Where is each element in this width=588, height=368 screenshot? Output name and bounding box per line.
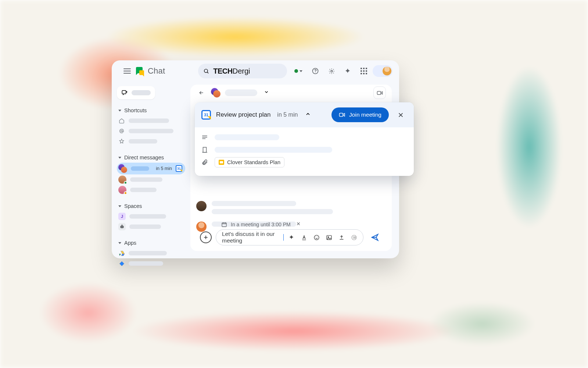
apps-grid-icon [361, 68, 367, 74]
svg-rect-7 [121, 226, 123, 228]
ai-compose-button[interactable] [287, 233, 296, 242]
placeholder-bar [130, 188, 157, 192]
close-icon [296, 221, 301, 226]
calendar-clock-icon [221, 222, 227, 227]
placeholder-bar [129, 139, 157, 144]
space-item[interactable]: J [117, 211, 185, 222]
app-logo[interactable]: Chat [136, 66, 165, 76]
dm-item-active[interactable]: in 5 min [117, 163, 185, 174]
drive-icon [118, 250, 125, 256]
meet-link-button[interactable] [349, 233, 359, 242]
placeholder-bar [129, 261, 163, 266]
shortcut-mentions[interactable] [117, 126, 185, 136]
attachment-chip[interactable]: Clover Standards Plan [215, 157, 284, 167]
space-item[interactable] [117, 222, 185, 232]
dm-time-badge: in 5 min [156, 166, 172, 171]
app-item-drive[interactable] [117, 248, 185, 258]
svg-point-15 [317, 237, 317, 237]
arrow-left-icon [198, 90, 204, 96]
video-icon [377, 91, 383, 95]
jira-icon [118, 260, 125, 267]
settings-button[interactable] [324, 64, 339, 78]
compose-area: Let's discuss it in our meeting [200, 230, 382, 245]
sidebar: Shortcuts Direct messages [112, 82, 188, 258]
gear-icon [328, 68, 335, 75]
home-icon [118, 117, 125, 124]
placeholder-bar [132, 90, 151, 95]
emoji-button[interactable] [312, 233, 321, 242]
conversation-menu-button[interactable] [264, 89, 269, 96]
availability-text: In a meeting until 3:00 PM [231, 222, 291, 227]
presence-active-icon [294, 69, 298, 73]
video-icon [339, 112, 345, 117]
gemini-button[interactable] [340, 64, 355, 78]
send-icon [371, 233, 379, 241]
google-apps-button[interactable] [356, 64, 371, 78]
hamburger-icon [123, 68, 131, 74]
meeting-description-row [201, 131, 407, 144]
svg-point-0 [204, 69, 208, 72]
format-button[interactable] [299, 233, 309, 242]
upload-button[interactable] [337, 233, 346, 242]
availability-chip: In a meeting until 3:00 PM [221, 221, 301, 227]
app-item-jira[interactable] [117, 258, 185, 269]
meeting-title: Review project plan [216, 111, 270, 118]
shortcut-starred[interactable] [117, 136, 185, 146]
svg-point-14 [315, 237, 316, 237]
svg-line-1 [207, 72, 208, 73]
dm-item[interactable] [117, 185, 185, 195]
help-icon [312, 67, 319, 75]
image-icon [326, 234, 332, 241]
placeholder-bar [130, 177, 162, 182]
placeholder-bar [129, 129, 173, 133]
search-box[interactable]: TECHDergi [198, 64, 287, 78]
dm-item[interactable] [117, 174, 185, 185]
main-menu-button[interactable] [120, 64, 135, 78]
conversation-header [190, 85, 392, 101]
help-button[interactable] [308, 64, 323, 78]
svg-rect-11 [377, 91, 381, 95]
chevron-up-icon [305, 111, 311, 117]
chevron-down-icon [300, 70, 302, 72]
svg-point-4 [331, 70, 333, 72]
send-button[interactable] [368, 230, 382, 245]
message [196, 201, 386, 214]
start-video-button[interactable] [373, 86, 386, 99]
svg-point-9 [122, 227, 123, 227]
svg-rect-10 [122, 225, 122, 226]
close-icon [398, 112, 404, 118]
section-toggle-shortcuts[interactable]: Shortcuts [117, 106, 185, 116]
message-input[interactable]: Let's discuss it in our meeting [216, 230, 363, 245]
message-input-text: Let's discuss it in our meeting [222, 231, 284, 244]
placeholder-bar [212, 201, 296, 206]
section-toggle-spaces[interactable]: Spaces [117, 202, 185, 211]
dismiss-availability-button[interactable] [296, 221, 301, 227]
app-header: Chat TECHDergi [112, 60, 399, 82]
new-chat-button[interactable] [117, 86, 155, 99]
section-toggle-apps[interactable]: Apps [117, 238, 185, 248]
shortcut-home[interactable] [117, 116, 185, 126]
presence-status-button[interactable] [290, 65, 306, 77]
placeholder-bar [129, 214, 166, 219]
add-attachment-button[interactable] [200, 231, 212, 243]
collapse-meeting-button[interactable] [305, 111, 311, 118]
meeting-attachment-row: Clover Standards Plan [201, 156, 407, 169]
chevron-down-icon [118, 205, 121, 207]
image-button[interactable] [324, 233, 334, 242]
message-avatar [196, 201, 207, 211]
chat-glyph-icon [136, 67, 144, 75]
app-name: Chat [148, 66, 165, 76]
dm-group-avatar [118, 164, 127, 173]
attachment-icon [201, 159, 208, 166]
plus-icon [203, 235, 208, 240]
dm-avatar [118, 176, 126, 184]
placeholder-bar [225, 89, 257, 96]
join-meeting-button[interactable]: Join meeting [331, 107, 389, 122]
back-button[interactable] [196, 88, 207, 98]
account-button[interactable] [373, 65, 392, 77]
close-meeting-card-button[interactable] [394, 108, 407, 121]
section-toggle-dms[interactable]: Direct messages [117, 153, 185, 163]
notes-icon [201, 134, 208, 140]
placeholder-bar [131, 166, 149, 171]
svg-point-17 [328, 236, 329, 237]
